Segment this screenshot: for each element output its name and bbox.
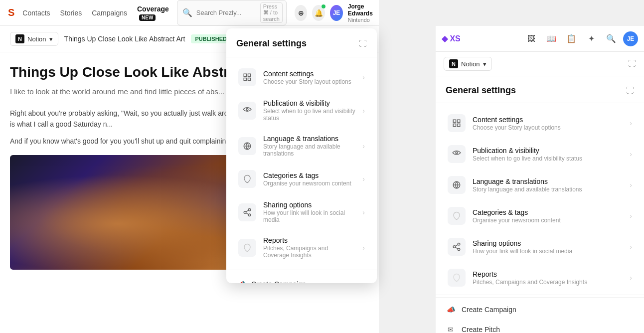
search-input[interactable]: [196, 9, 256, 16]
right-publication-text: Publication & visibility Select when to …: [473, 147, 623, 162]
chevron-right-icon-3: ›: [362, 142, 365, 150]
notification-icon[interactable]: 🔔: [312, 5, 325, 21]
right-settings-item-categories[interactable]: Categories & tags Organise your newsroom…: [440, 201, 640, 231]
notion-badge[interactable]: N Notion ▾: [10, 32, 58, 46]
flag-icon[interactable]: 📋: [563, 31, 579, 47]
settings-item-publication[interactable]: Publication & visibility Select when to …: [230, 93, 373, 128]
right-avatar[interactable]: JE: [623, 31, 638, 46]
user-company: Nintendo: [348, 17, 382, 23]
svg-rect-11: [453, 120, 456, 122]
svg-rect-14: [458, 124, 460, 127]
right-publication-icon: [448, 145, 466, 163]
right-settings-header: General settings ⛶: [436, 76, 644, 103]
right-settings-item-sharing[interactable]: Sharing options How your link will look …: [440, 232, 640, 262]
right-settings-item-content[interactable]: Content settings Choose your Story layou…: [440, 108, 640, 138]
right-expand-icon[interactable]: ⛶: [628, 59, 636, 68]
chevron-right-icon-4: ›: [362, 175, 365, 183]
settings-item-categories[interactable]: Categories & tags Organise your newsroom…: [230, 164, 373, 194]
nav-contacts[interactable]: Contacts: [22, 9, 50, 17]
svg-rect-12: [458, 120, 460, 122]
create-campaign-right-btn[interactable]: 📣 Create Campaign: [436, 300, 644, 320]
settings-item-sharing[interactable]: Sharing options How your link will look …: [230, 195, 373, 229]
language-icon: [238, 137, 256, 155]
extra-items: 📣 Create Campaign ✉ Create Pitch: [436, 297, 644, 333]
svg-point-8: [248, 214, 251, 216]
story-header-title: Things Up Close Look Like Abstract Art: [64, 35, 185, 43]
right-categories-text: Categories & tags Organise your newsroom…: [473, 208, 623, 224]
create-pitch-right-btn[interactable]: ✉ Create Pitch: [436, 320, 644, 333]
user-info: Jorge Edwards Nintendo: [348, 3, 382, 23]
help-icon[interactable]: ⊕: [295, 5, 308, 21]
svg-rect-3: [248, 78, 251, 81]
create-campaign-btn[interactable]: 📣 Create Campaign: [234, 275, 369, 283]
settings-title-left: General settings: [236, 38, 307, 49]
right-settings-expand[interactable]: ⛶: [626, 86, 634, 95]
chevron-right-icon-6: ›: [362, 244, 365, 252]
reports-text: Reports Pitches, Campaigns and Coverage …: [263, 236, 355, 259]
right-chevron-5: ›: [630, 243, 632, 251]
svg-rect-1: [248, 74, 251, 76]
settings-item-content[interactable]: Content settings Choose your Story layou…: [230, 62, 373, 92]
content-text: Content settings Choose your Story layou…: [263, 70, 355, 85]
svg-point-15: [456, 152, 458, 154]
right-language-text: Language & translations Story language a…: [473, 177, 623, 193]
right-reports-text: Reports Pitches, Campaigns and Coverage …: [473, 270, 623, 286]
right-settings-item-language[interactable]: Language & translations Story language a…: [440, 170, 640, 200]
general-settings-panel-left: General settings ⛶ Content settings Choo…: [226, 28, 377, 283]
settings-item-reports[interactable]: Reports Pitches, Campaigns and Coverage …: [230, 230, 373, 265]
search-bar[interactable]: 🔍 Press ⌘ / to search: [177, 0, 287, 25]
right-notion-logo: N: [449, 59, 458, 68]
sharing-text: Sharing options How your link will look …: [263, 201, 355, 223]
search-shortcut: Press ⌘ / to search: [260, 2, 283, 23]
svg-point-7: [244, 211, 246, 213]
settings-expand-left[interactable]: ⛶: [359, 39, 367, 48]
top-nav: S Contacts Stories Campaigns Coverage NE…: [0, 0, 379, 26]
right-notion-badge[interactable]: N Notion ▾: [444, 57, 492, 71]
notion-logo: N: [15, 34, 24, 43]
right-nav-left: ◆ XS: [442, 34, 461, 43]
svg-rect-2: [244, 78, 246, 81]
nav-coverage[interactable]: Coverage NEW: [137, 5, 169, 21]
user-name: Jorge Edwards: [348, 3, 382, 17]
nav-stories[interactable]: Stories: [60, 9, 82, 17]
svg-line-21: [455, 245, 458, 246]
envelope-icon-right: ✉: [446, 325, 456, 333]
right-reports-icon: [448, 269, 466, 287]
book-icon[interactable]: 📖: [543, 31, 559, 47]
avatar[interactable]: JE: [330, 5, 343, 21]
publication-text: Publication & visibility Select when to …: [263, 99, 355, 122]
right-chevron-2: ›: [630, 150, 632, 158]
right-settings-content: Content settings Choose your Story layou…: [436, 103, 644, 333]
right-content-text: Content settings Choose your Story layou…: [473, 116, 623, 131]
right-notion-label: Notion: [461, 60, 480, 68]
right-language-icon: [448, 176, 466, 194]
right-nav-icons: 🖼 📖 📋 ✦ 🔍 JE: [523, 31, 638, 47]
megaphone-icon: 📣: [236, 279, 246, 283]
nav-campaigns[interactable]: Campaigns: [92, 9, 127, 17]
settings-footer-left: 📣 Create Campaign ✉ Create Pitch: [226, 270, 377, 283]
image-icon[interactable]: 🖼: [523, 31, 539, 47]
settings-list-left: Content settings Choose your Story layou…: [226, 57, 377, 270]
megaphone-icon-right: 📣: [446, 305, 456, 315]
content-icon: [238, 68, 256, 86]
svg-point-19: [458, 248, 460, 251]
chevron-right-icon: ›: [362, 73, 365, 81]
search-icon: 🔍: [182, 8, 192, 17]
right-sharing-icon: [448, 238, 466, 256]
right-sharing-text: Sharing options How your link will look …: [473, 239, 623, 255]
right-content-icon: [448, 114, 466, 132]
right-search-icon[interactable]: 🔍: [603, 31, 619, 47]
settings-item-language[interactable]: Language & translations Story language a…: [230, 129, 373, 163]
categories-icon: [238, 170, 256, 188]
general-settings-panel-right: ◆ XS 🖼 📖 📋 ✦ 🔍 JE N Notion ▾ ⛶ General s…: [436, 26, 644, 333]
xs-logo: ◆ XS: [442, 34, 461, 43]
svg-line-10: [246, 210, 248, 211]
right-settings-item-reports[interactable]: Reports Pitches, Campaigns and Coverage …: [440, 263, 640, 293]
nav-links: Contacts Stories Campaigns Coverage NEW: [22, 5, 168, 21]
star-icon[interactable]: ✦: [583, 31, 599, 47]
chevron-right-icon-2: ›: [362, 107, 365, 115]
right-settings-item-publication[interactable]: Publication & visibility Select when to …: [440, 139, 640, 169]
nav-new-badge: NEW: [139, 14, 156, 21]
reports-icon: [238, 239, 256, 257]
app-logo: S: [8, 7, 14, 18]
